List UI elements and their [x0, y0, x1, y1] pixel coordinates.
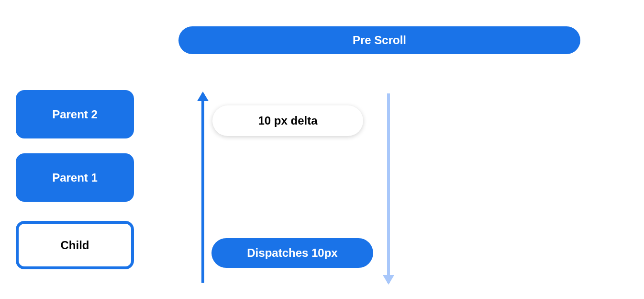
arrow-up-icon: [201, 93, 204, 283]
delta-text: 10 px delta: [258, 114, 317, 127]
title-text: Pre Scroll: [353, 34, 406, 47]
block-parent-1-label: Parent 1: [52, 171, 98, 184]
block-parent-2: Parent 2: [16, 90, 134, 138]
block-parent-2-label: Parent 2: [52, 108, 98, 121]
dispatch-text: Dispatches 10px: [247, 246, 337, 260]
block-child: Child: [16, 221, 134, 269]
block-parent-1: Parent 1: [16, 153, 134, 202]
arrow-down-icon: [387, 93, 390, 283]
block-child-label: Child: [61, 239, 89, 252]
delta-pill: 10 px delta: [212, 105, 363, 136]
title-pill: Pre Scroll: [178, 26, 580, 54]
dispatch-pill: Dispatches 10px: [211, 238, 373, 268]
